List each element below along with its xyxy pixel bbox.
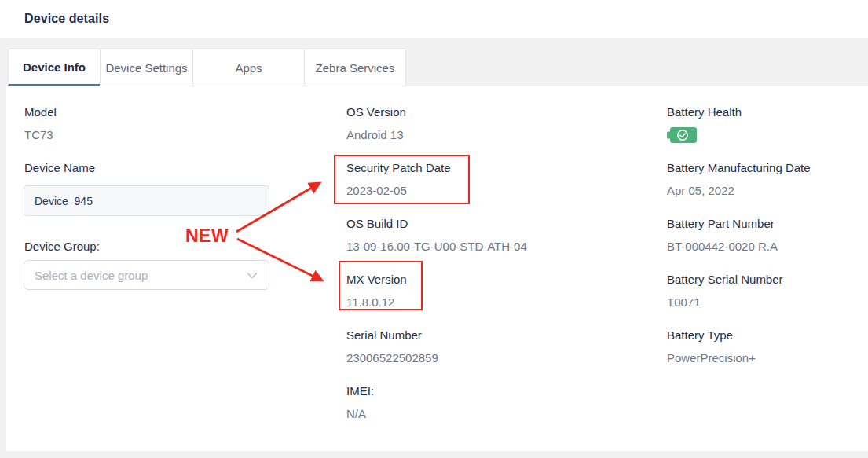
os-version-label: OS Version (346, 105, 613, 119)
os-version-field: OS Version Android 13 (346, 105, 613, 142)
battery-type-label: Battery Type (667, 328, 868, 343)
mx-version-label: MX Version (346, 273, 613, 287)
serial-number-label: Serial Number (346, 328, 613, 343)
tab-bar: Device Info Device Settings Apps Zebra S… (0, 38, 868, 86)
tab-apps[interactable]: Apps (192, 49, 305, 86)
mx-version-value: 11.8.0.12 (346, 295, 613, 310)
device-info-panel: Model TC73 Device Name Device Group: Sel… (6, 86, 868, 451)
battery-manufacturing-date-label: Battery Manufacturing Date (667, 161, 868, 175)
battery-health-label: Battery Health (667, 105, 868, 119)
device-name-field: Device Name (24, 161, 291, 175)
imei-field: IMEI: N/A (346, 384, 613, 421)
battery-manufacturing-date-field: Battery Manufacturing Date Apr 05, 2022 (667, 161, 868, 198)
os-build-id-value: 13-09-16.00-TG-U00-STD-ATH-04 (346, 240, 613, 254)
mx-version-field: MX Version 11.8.0.12 (346, 273, 613, 310)
security-patch-date-field: Security Patch Date 2023-02-05 (346, 161, 613, 198)
battery-serial-number-label: Battery Serial Number (667, 273, 868, 287)
title-bar: Device details (0, 0, 868, 38)
battery-manufacturing-date-value: Apr 05, 2022 (667, 184, 868, 198)
battery-part-number-label: Battery Part Number (667, 217, 868, 231)
imei-label: IMEI: (346, 384, 613, 398)
os-version-value: Android 13 (346, 128, 613, 142)
serial-number-value: 23006522502859 (346, 351, 613, 365)
battery-health-field: Battery Health (667, 105, 868, 119)
security-patch-date-value: 2023-02-05 (346, 184, 613, 198)
device-name-input[interactable] (24, 185, 269, 216)
battery-type-value: PowerPrecision+ (667, 351, 868, 365)
os-build-id-field: OS Build ID 13-09-16.00-TG-U00-STD-ATH-0… (346, 217, 613, 254)
tab-zebra-services[interactable]: Zebra Services (304, 49, 406, 86)
model-value: TC73 (24, 128, 291, 142)
battery-serial-number-field: Battery Serial Number T0071 (667, 273, 868, 310)
imei-value: N/A (346, 407, 613, 421)
battery-serial-number-value: T0071 (667, 295, 868, 310)
serial-number-field: Serial Number 23006522502859 (346, 328, 613, 365)
battery-part-number-value: BT-000442-0020 R.A (667, 240, 868, 254)
page-title: Device details (24, 12, 109, 26)
device-group-placeholder: Select a device group (35, 269, 148, 282)
battery-check-icon (667, 127, 698, 143)
device-group-field: Device Group: (24, 240, 291, 254)
tab-device-settings[interactable]: Device Settings (100, 49, 193, 86)
device-group-label: Device Group: (24, 240, 291, 254)
device-name-label: Device Name (24, 161, 291, 175)
tab-device-info[interactable]: Device Info (8, 49, 101, 86)
device-group-select[interactable]: Select a device group (24, 260, 269, 290)
security-patch-date-label: Security Patch Date (346, 161, 613, 175)
device-details-shell: Device Info Device Settings Apps Zebra S… (0, 38, 868, 458)
chevron-down-icon (247, 268, 258, 282)
battery-type-field: Battery Type PowerPrecision+ (667, 328, 868, 365)
os-build-id-label: OS Build ID (346, 217, 613, 231)
model-field: Model TC73 (24, 105, 291, 142)
model-label: Model (24, 105, 291, 119)
battery-part-number-field: Battery Part Number BT-000442-0020 R.A (667, 217, 868, 254)
